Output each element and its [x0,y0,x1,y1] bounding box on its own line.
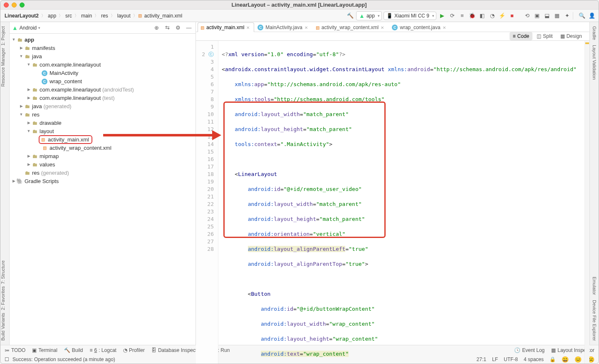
node-pkg-androidtest[interactable]: com.example.linearlayout (androidTest) [40,87,134,93]
node-java-gen[interactable]: java (generated) [32,103,72,109]
view-split-button[interactable]: ◫Split [533,32,556,40]
close-icon[interactable]: ✕ [246,25,250,30]
status-spinner-icon: ☐ [5,357,9,362]
avd-icon[interactable]: ▣ [533,12,541,20]
node-res-gen[interactable]: res (generated) [32,170,69,176]
maximize-window-button[interactable] [20,2,25,7]
crumb-src[interactable]: src [64,12,74,20]
node-layout[interactable]: layout [40,128,54,134]
view-design-button[interactable]: ▦Design [557,32,585,40]
gear-icon[interactable]: ⚙ [174,24,182,32]
node-activity-main-xml[interactable]: activity_main.xml [48,136,89,143]
hammer-build-icon[interactable]: 🔨 [346,12,354,20]
node-pkg-main[interactable]: com.example.linearlayout [40,62,101,68]
crumb-app[interactable]: app [46,12,58,20]
close-icon[interactable]: ✕ [381,25,384,30]
line-gutter: 12 ⓒ345678910111213141516171819202122232… [196,41,218,364]
attach-debug-icon[interactable]: ⚡ [498,12,506,20]
sdk-icon[interactable]: ⬓ [543,12,551,20]
debug-button[interactable]: 🐞 [468,12,476,20]
resource-icon[interactable]: ▦ [553,12,561,20]
tab-mainactivity[interactable]: CMainActivity.java✕ [255,22,312,32]
tool-todo[interactable]: ≔ TODO [5,347,25,353]
node-res[interactable]: res [32,111,40,118]
rail-favorites[interactable]: 2: Favorites [0,286,5,310]
tool-build[interactable]: 🔨 Build [64,347,83,353]
node-pkg-test[interactable]: com.example.linearlayout (test) [40,95,115,101]
crumb-file[interactable]: activity_main.xml [143,12,184,20]
device-dropdown[interactable]: 📱Xiaomi MI CC 9 [384,12,436,20]
rail-device-file-explorer[interactable]: Device File Explorer [592,300,597,341]
project-view-selector[interactable]: ▲ Android ▾ [12,25,40,31]
rail-structure[interactable]: 7: Structure [0,260,5,284]
tool-logcat[interactable]: ≡ 6: Logcat [90,347,116,353]
window-title: LinearLayout – activity_main.xml [Linear… [25,2,574,8]
java-icon: C [392,25,398,30]
node-mainactivity[interactable]: MainActivity [50,70,78,76]
close-icon[interactable]: ✕ [443,25,446,30]
design-icon: ▦ [560,33,565,39]
tab-activity-main[interactable]: ▧activity_main.xml✕ [198,22,254,32]
close-window-button[interactable] [4,2,9,7]
node-manifests[interactable]: manifests [32,45,55,51]
annotation-red-box [223,102,386,238]
split-icon: ◫ [537,33,541,39]
project-tree[interactable]: ▼🖿app ▶🖿manifests ▼🖿java ▼🖿com.example.l… [10,34,196,345]
rail-layout-validation[interactable]: Layout Validation [592,45,597,80]
node-values[interactable]: values [40,161,55,168]
java-icon: C [257,25,263,30]
profiler-icon[interactable]: ◔ [488,12,496,20]
rail-gradle[interactable]: Gradle [592,26,597,40]
assistant-icon[interactable]: ✦ [563,12,571,20]
crumb-project[interactable]: LinearLayout2 [3,12,40,20]
editor-tabs: ▧activity_main.xml✕ CMainActivity.java✕ … [196,22,589,32]
code-icon: ≡ [513,33,516,39]
node-activity-wrap-xml[interactable]: activity_wrap_content.xml [50,145,111,151]
xml-icon: ▧ [316,25,319,30]
crumb-layout[interactable]: layout [116,12,132,20]
tool-terminal[interactable]: ▣ Terminal [32,347,57,353]
navigation-toolbar: LinearLayout2〉 app〉 src〉 main〉 res〉 layo… [0,10,599,22]
crumb-main[interactable]: main [79,12,94,20]
left-tool-rail: 1: Project Resource Manager 7: Structure… [0,22,10,345]
marker-stripe [584,41,589,364]
node-java[interactable]: java [32,53,42,59]
rail-build-variants[interactable]: Build Variants [0,313,5,341]
apply-code-icon[interactable]: ≡ [458,12,466,20]
expand-icon[interactable]: ⇆ [163,24,171,32]
code-editor[interactable]: 12 ⓒ345678910111213141516171819202122232… [196,41,589,364]
rail-emulator[interactable]: Emulator [592,277,597,295]
rail-project[interactable]: 1: Project [0,26,5,45]
node-mipmap[interactable]: mipmap [40,153,59,159]
run-button[interactable]: ▶ [438,12,446,20]
selected-file-highlight: ▧activity_main.xml [39,135,92,144]
apply-changes-icon[interactable]: ⟳ [448,12,456,20]
breadcrumb: LinearLayout2〉 app〉 src〉 main〉 res〉 layo… [3,12,184,20]
tool-dbinspector[interactable]: 🗄 Database Inspector [151,347,201,353]
project-tool-window: ▲ Android ▾ ⊕ ⇆ ⚙ — ▼🖿app ▶🖿manifests ▼🖿… [10,22,196,345]
rail-resource-manager[interactable]: Resource Manager [0,48,5,87]
node-drawable[interactable]: drawable [40,120,62,126]
annotation-arrow [103,132,221,138]
hide-icon[interactable]: — [185,24,193,32]
node-gradle-scripts[interactable]: Gradle Scripts [25,178,59,184]
locate-icon[interactable]: ⊕ [152,24,161,32]
android-icon: ▲ [359,12,365,19]
search-icon[interactable]: 🔍 [578,12,586,20]
node-app[interactable]: app [25,37,34,43]
right-tool-rail: Gradle Layout Validation Emulator Device… [589,22,599,345]
node-wrapcontent-class[interactable]: wrap_content [50,78,82,84]
xml-icon: ▧ [138,13,142,18]
sync-icon[interactable]: ⟲ [523,12,531,20]
minimize-window-button[interactable] [12,2,17,7]
crumb-res[interactable]: res [99,12,110,20]
run-config-dropdown[interactable]: ▲app [356,11,382,20]
tab-wrapcontent-java[interactable]: Cwrap_content.java✕ [389,22,450,32]
tool-profiler[interactable]: ◔ Profiler [123,347,145,353]
view-code-button[interactable]: ≡Code [510,32,533,40]
coverage-icon[interactable]: ◧ [478,12,486,20]
user-icon[interactable]: 👤 [588,12,596,20]
close-icon[interactable]: ✕ [304,25,308,30]
tab-activity-wrap[interactable]: ▧activity_wrap_content.xml✕ [313,22,389,32]
stop-button[interactable]: ■ [508,12,516,20]
